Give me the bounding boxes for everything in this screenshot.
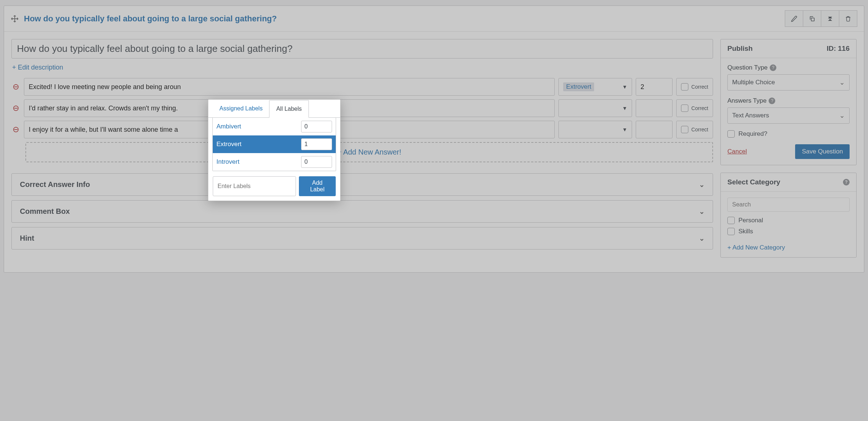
labels-popover: Assigned Labels All Labels AmbivertExtro… [208,99,341,201]
modal-overlay [0,0,868,273]
label-name: Extrovert [216,141,241,148]
enter-labels-input[interactable] [213,176,296,196]
add-label-button[interactable]: Add Label [299,176,336,196]
label-item[interactable]: Extrovert [213,135,336,153]
label-weight-input[interactable] [301,138,332,150]
tab-all-labels[interactable]: All Labels [269,100,308,118]
label-weight-input[interactable] [301,121,332,132]
label-item[interactable]: Ambivert [213,118,336,135]
tab-assigned-labels[interactable]: Assigned Labels [213,100,269,118]
label-item[interactable]: Introvert [213,153,336,171]
label-name: Ambivert [216,123,241,130]
label-name: Introvert [216,158,239,166]
label-weight-input[interactable] [301,156,332,168]
